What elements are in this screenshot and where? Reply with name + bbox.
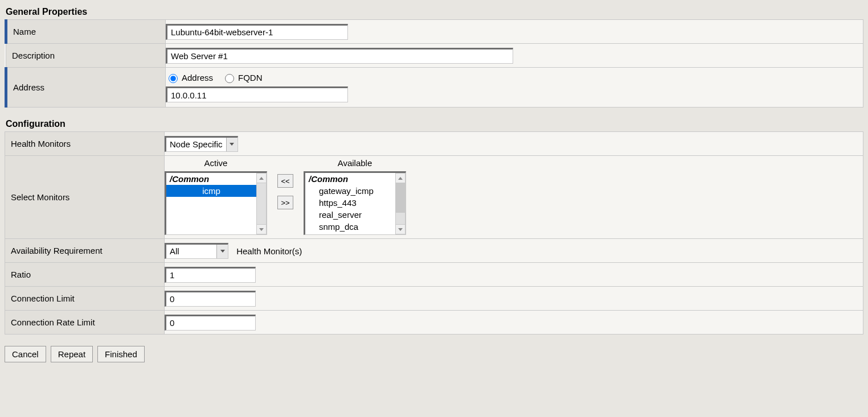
active-header: Active	[204, 158, 228, 168]
name-input[interactable]	[166, 24, 348, 40]
scroll-up-icon[interactable]	[256, 173, 267, 183]
general-properties-table: Name Description Address Addres	[5, 19, 863, 108]
available-item-3[interactable]: snmp_dca	[305, 221, 395, 233]
row-select-monitors: Select Monitors Active /Common icmp	[5, 156, 863, 239]
radio-address-label[interactable]: Address	[166, 72, 213, 83]
cancel-button[interactable]: Cancel	[5, 346, 46, 362]
radio-address-text: Address	[182, 73, 213, 82]
repeat-button[interactable]: Repeat	[51, 346, 93, 362]
label-conn-limit: Connection Limit	[5, 287, 164, 310]
section-title-general: General Properties	[6, 7, 863, 17]
radio-fqdn[interactable]	[225, 74, 234, 83]
active-group-label: /Common	[166, 173, 256, 185]
label-name: Name	[7, 20, 165, 43]
label-address: Address	[7, 68, 165, 107]
address-input[interactable]	[166, 86, 348, 102]
scroll-down-icon[interactable]	[395, 224, 406, 234]
button-row: Cancel Repeat Finished	[5, 346, 863, 362]
scroll-down-icon[interactable]	[256, 224, 267, 234]
configuration-table: Health Monitors Node Specific Select Mon…	[5, 131, 863, 335]
available-item-1[interactable]: https_443	[305, 197, 395, 209]
health-monitors-select[interactable]: Node Specific	[165, 136, 238, 152]
available-item-2[interactable]: real_server	[305, 209, 395, 221]
label-conn-rate-limit: Connection Rate Limit	[5, 311, 164, 334]
available-group-label: /Common	[305, 173, 395, 185]
conn-limit-input[interactable]	[165, 291, 256, 307]
move-left-button[interactable]: <<	[277, 174, 293, 188]
label-availability: Availability Requirement	[5, 239, 164, 262]
row-health-monitors: Health Monitors Node Specific	[5, 132, 863, 156]
conn-rate-limit-input[interactable]	[165, 315, 256, 331]
label-description: Description	[6, 44, 165, 67]
active-item-icmp[interactable]: icmp	[166, 185, 256, 197]
label-health-monitors: Health Monitors	[5, 132, 164, 155]
scroll-up-icon[interactable]	[395, 173, 406, 183]
radio-fqdn-label[interactable]: FQDN	[222, 72, 263, 83]
scroll-thumb[interactable]	[396, 183, 405, 213]
row-description: Description	[6, 44, 863, 68]
radio-fqdn-text: FQDN	[238, 73, 263, 82]
health-monitors-value: Node Specific	[166, 138, 226, 151]
address-type-radios: Address FQDN	[166, 72, 863, 83]
available-column: Available /Common gateway_icmp https_443…	[304, 158, 406, 235]
available-header: Available	[338, 158, 372, 168]
available-listbox[interactable]: /Common gateway_icmp https_443 real_serv…	[304, 171, 406, 235]
availability-suffix: Health Monitor(s)	[236, 246, 302, 256]
section-title-configuration: Configuration	[6, 119, 863, 129]
chevron-down-icon	[226, 138, 238, 151]
availability-value: All	[166, 245, 216, 258]
description-input[interactable]	[166, 48, 513, 64]
row-conn-rate-limit: Connection Rate Limit	[5, 311, 863, 335]
row-address: Address Address FQDN	[6, 68, 863, 108]
label-select-monitors: Select Monitors	[5, 158, 164, 236]
move-right-button[interactable]: >>	[277, 196, 293, 209]
move-buttons: << >>	[277, 174, 293, 209]
radio-address[interactable]	[169, 74, 178, 83]
select-monitors-dual-list: Active /Common icmp <<	[165, 156, 863, 238]
ratio-input[interactable]	[165, 267, 256, 283]
row-name: Name	[6, 20, 863, 44]
chevron-down-icon	[216, 245, 228, 258]
row-availability: Availability Requirement All Health Moni…	[5, 239, 863, 263]
label-ratio: Ratio	[5, 263, 164, 286]
finished-button[interactable]: Finished	[97, 346, 145, 362]
availability-select[interactable]: All	[165, 243, 228, 259]
scroll-track[interactable]	[256, 183, 267, 224]
active-listbox[interactable]: /Common icmp	[165, 171, 267, 235]
active-column: Active /Common icmp	[165, 158, 267, 235]
row-conn-limit: Connection Limit	[5, 287, 863, 311]
available-item-0[interactable]: gateway_icmp	[305, 185, 395, 197]
row-ratio: Ratio	[5, 263, 863, 287]
